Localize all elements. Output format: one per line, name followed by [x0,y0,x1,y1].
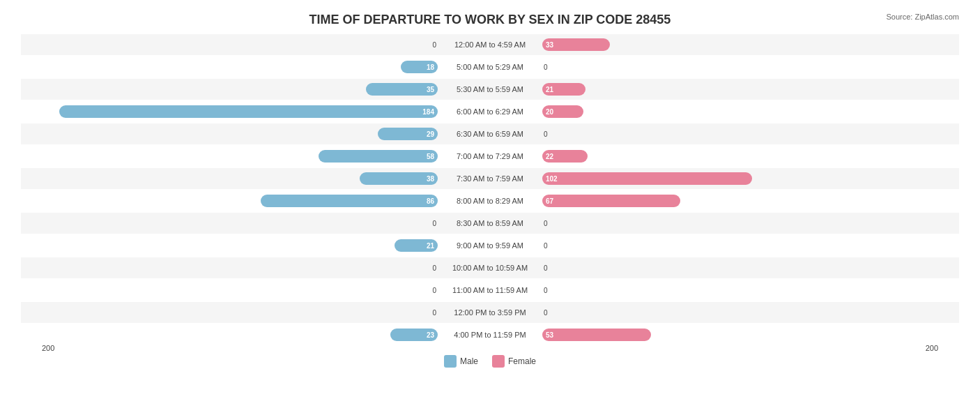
right-bar-area: 67 [542,195,959,207]
legend-male: Male [444,355,478,368]
female-value: 0 [544,63,548,71]
axis-label-right: 200 [926,344,938,352]
male-bar-value: 23 [427,331,434,339]
male-bar-value: 38 [427,175,434,183]
female-value: 0 [544,242,548,250]
left-bar-area: 21 [21,239,438,252]
female-bar: 33 [542,38,610,51]
legend-female-box [492,355,505,368]
female-bar-value: 33 [546,41,553,49]
female-bar: 21 [542,83,585,96]
chart-title: TIME OF DEPARTURE TO WORK BY SEX IN ZIP … [21,13,959,27]
female-bar-value: 53 [546,331,553,339]
legend-male-label: Male [460,356,478,366]
table-row: 58 7:00 AM to 7:29 AM 22 [21,146,959,167]
left-bar-area: 38 [21,172,438,185]
time-label: 5:00 AM to 5:29 AM [438,63,542,71]
legend-male-box [444,355,457,368]
time-label: 10:00 AM to 10:59 AM [438,264,542,272]
male-bar-value: 21 [427,242,434,250]
left-bar-area: 184 [21,105,438,118]
time-label: 11:00 AM to 11:59 AM [438,286,542,294]
female-bar-value: 20 [546,108,553,116]
table-row: 0 12:00 PM to 3:59 PM 0 [21,302,959,323]
right-bar-area: 21 [542,83,959,96]
table-row: 86 8:00 AM to 8:29 AM 67 [21,190,959,211]
female-value: 0 [544,309,548,317]
chart-container: TIME OF DEPARTURE TO WORK BY SEX IN ZIP … [0,0,980,415]
table-row: 18 5:00 AM to 5:29 AM 0 [21,56,959,77]
right-bar-area: 0 [542,130,959,138]
time-label: 7:30 AM to 7:59 AM [438,174,542,183]
male-bar-value: 29 [427,130,434,138]
male-value: 0 [432,287,436,294]
left-bar-area: 29 [21,128,438,140]
female-bar-value: 102 [546,175,558,183]
table-row: 0 8:30 AM to 8:59 AM 0 [21,213,959,234]
legend: Male Female [21,355,959,368]
female-value: 0 [544,220,548,227]
female-bar: 102 [542,172,752,185]
male-bar-value: 35 [427,86,434,93]
right-bar-area: 22 [542,150,959,163]
table-row: 38 7:30 AM to 7:59 AM 102 [21,168,959,189]
axis-label-left: 200 [42,344,54,352]
female-bar-value: 22 [546,153,553,160]
table-row: 0 11:00 AM to 11:59 AM 0 [21,280,959,301]
right-bar-area: 0 [542,63,959,71]
right-bar-area: 33 [542,38,959,51]
male-bar: 21 [395,239,438,252]
male-bar: 29 [378,128,438,140]
time-label: 9:00 AM to 9:59 AM [438,241,542,250]
right-bar-area: 20 [542,105,959,118]
time-label: 8:00 AM to 8:29 AM [438,197,542,205]
time-label: 6:00 AM to 6:29 AM [438,107,542,116]
source-text: Source: ZipAtlas.com [886,13,959,21]
right-bar-area: 0 [542,220,959,227]
left-bar-area: 35 [21,83,438,96]
time-label: 5:30 AM to 5:59 AM [438,85,542,93]
table-row: 0 10:00 AM to 10:59 AM 0 [21,257,959,278]
left-bar-area: 0 [21,264,438,272]
table-row: 23 4:00 PM to 11:59 PM 53 [21,324,959,345]
time-label: 7:00 AM to 7:29 AM [438,152,542,160]
time-label: 12:00 PM to 3:59 PM [438,308,542,317]
table-row: 35 5:30 AM to 5:59 AM 21 [21,79,959,100]
table-row: 21 9:00 AM to 9:59 AM 0 [21,235,959,256]
time-label: 6:30 AM to 6:59 AM [438,130,542,138]
right-bar-area: 102 [542,172,959,185]
male-bar: 38 [360,172,438,185]
right-bar-area: 0 [542,287,959,294]
left-bar-area: 86 [21,195,438,207]
rows-wrapper: 0 12:00 AM to 4:59 AM 33 18 5:00 AM to 5… [21,34,959,345]
left-bar-area: 0 [21,287,438,294]
female-bar: 67 [542,195,680,207]
male-bar-value: 184 [422,108,434,116]
left-bar-area: 0 [21,41,438,49]
left-bar-area: 23 [21,329,438,341]
female-bar: 53 [542,329,651,341]
right-bar-area: 0 [542,242,959,250]
legend-female: Female [492,355,536,368]
female-value: 0 [544,287,548,294]
male-bar: 86 [261,195,438,207]
female-value: 0 [544,264,548,272]
male-value: 0 [432,309,436,317]
male-bar: 58 [319,150,438,163]
left-bar-area: 18 [21,61,438,73]
time-label: 4:00 PM to 11:59 PM [438,331,542,339]
female-bar: 20 [542,105,583,118]
female-bar-value: 21 [546,86,553,93]
male-bar: 184 [59,105,438,118]
table-row: 29 6:30 AM to 6:59 AM 0 [21,123,959,144]
time-label: 8:30 AM to 8:59 AM [438,219,542,227]
table-row: 184 6:00 AM to 6:29 AM 20 [21,101,959,122]
male-bar-value: 18 [427,63,434,71]
male-bar: 35 [366,83,438,96]
right-bar-area: 53 [542,329,959,341]
female-bar: 22 [542,150,588,163]
right-bar-area: 0 [542,264,959,272]
male-value: 0 [432,220,436,227]
time-label: 12:00 AM to 4:59 AM [438,40,542,49]
male-bar-value: 58 [427,153,434,160]
